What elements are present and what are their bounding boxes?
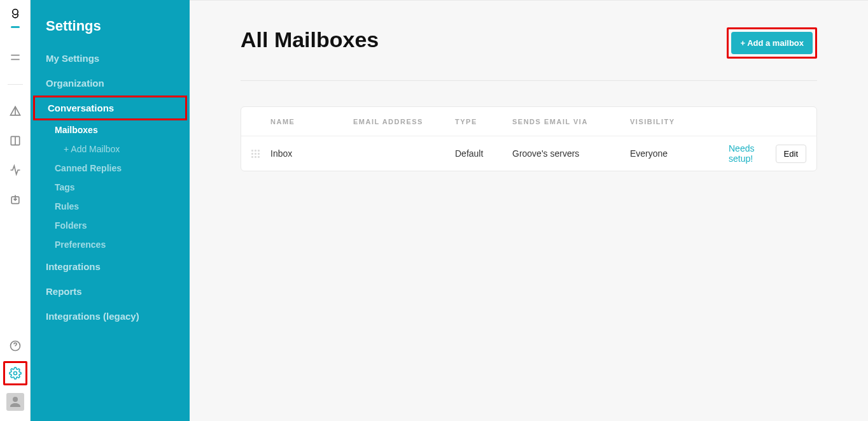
help-icon[interactable] [8, 338, 23, 353]
sidebar-subitem-add-mailbox[interactable]: + Add Mailbox [39, 139, 190, 159]
sidebar-title: Settings [31, 18, 190, 46]
settings-highlight [3, 361, 27, 385]
sidebar-subitem-tags[interactable]: Tags [39, 178, 190, 197]
needs-setup-link[interactable]: Needs setup! [729, 143, 767, 164]
book-icon[interactable] [8, 133, 23, 148]
td-name: Inbox [270, 148, 353, 159]
th-sends: SENDS EMAIL VIA [512, 118, 630, 125]
table-header: NAME EMAIL ADDRESS TYPE SENDS EMAIL VIA … [241, 107, 816, 136]
td-type: Default [455, 148, 512, 159]
logo-icon[interactable] [9, 8, 22, 36]
sidebar-item-reports[interactable]: Reports [31, 279, 190, 304]
sidebar-item-organization[interactable]: Organization [31, 71, 190, 96]
avatar[interactable] [6, 393, 24, 411]
edit-button[interactable]: Edit [776, 145, 806, 163]
table-row[interactable]: Inbox Default Groove's servers Everyone … [241, 136, 816, 171]
td-sends: Groove's servers [512, 148, 630, 159]
sidebar-subitem-canned-replies[interactable]: Canned Replies [39, 159, 190, 178]
td-visibility: Everyone [630, 148, 729, 159]
add-mailbox-button[interactable]: + Add a mailbox [731, 32, 813, 54]
sidebar-item-conversations[interactable]: Conversations [33, 96, 187, 120]
sidebar-subitem-folders[interactable]: Folders [39, 216, 190, 235]
add-mailbox-highlight: + Add a mailbox [727, 27, 817, 59]
compass-icon[interactable] [8, 104, 23, 119]
gear-icon[interactable] [8, 366, 23, 381]
settings-sidebar: Settings My Settings Organization Conver… [31, 0, 190, 421]
sidebar-item-integrations[interactable]: Integrations [31, 254, 190, 279]
inbox-icon[interactable] [8, 192, 23, 207]
menu-icon[interactable] [8, 50, 23, 65]
activity-icon[interactable] [8, 162, 23, 178]
sidebar-submenu-conversations: Mailboxes + Add Mailbox Canned Replies T… [31, 120, 190, 254]
sidebar-item-my-settings[interactable]: My Settings [31, 46, 190, 71]
sidebar-subitem-rules[interactable]: Rules [39, 197, 190, 216]
mailbox-table: NAME EMAIL ADDRESS TYPE SENDS EMAIL VIA … [241, 106, 817, 171]
main-content: All Mailboxes + Add a mailbox NAME EMAIL… [190, 0, 868, 421]
sidebar-item-integrations-legacy[interactable]: Integrations (legacy) [31, 304, 190, 329]
drag-handle-icon[interactable] [251, 150, 270, 158]
th-visibility: VISIBILITY [630, 118, 729, 125]
sidebar-subitem-preferences[interactable]: Preferences [39, 235, 190, 254]
th-email: EMAIL ADDRESS [353, 118, 455, 125]
th-type: TYPE [455, 118, 512, 125]
th-name: NAME [270, 118, 353, 125]
main-header: All Mailboxes + Add a mailbox [241, 27, 817, 81]
page-title: All Mailboxes [241, 27, 379, 52]
svg-point-3 [13, 372, 17, 375]
icon-rail [0, 0, 31, 421]
sidebar-subitem-mailboxes[interactable]: Mailboxes [39, 120, 190, 139]
